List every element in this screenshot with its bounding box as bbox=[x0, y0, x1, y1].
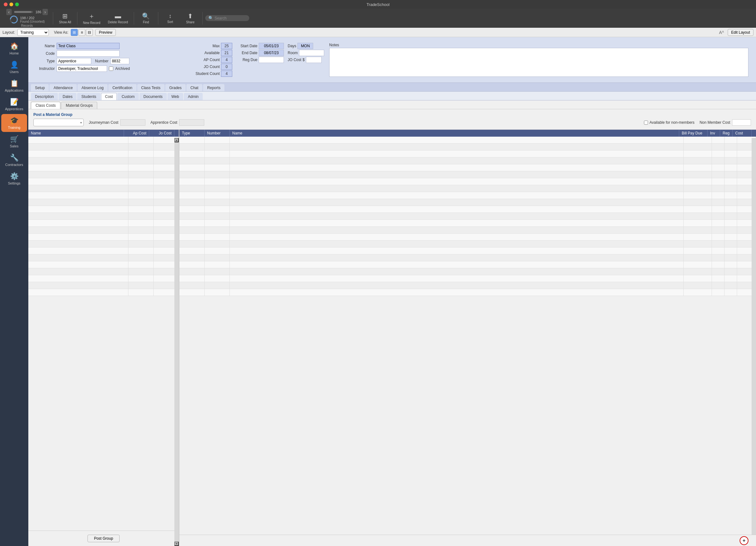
share-button[interactable]: ⬆ Share bbox=[181, 11, 200, 25]
tab-students[interactable]: Students bbox=[77, 93, 100, 100]
end-date-row: End Date Room bbox=[237, 50, 324, 56]
tab-web[interactable]: Web bbox=[167, 93, 183, 100]
sidebar-item-settings[interactable]: ⚙️ Settings bbox=[1, 170, 27, 188]
apprentice-cost-input[interactable] bbox=[179, 119, 204, 126]
code-input[interactable] bbox=[57, 50, 120, 57]
table-row bbox=[179, 150, 756, 157]
sidebar-label-settings: Settings bbox=[8, 181, 20, 185]
tab-reports[interactable]: Reports bbox=[203, 84, 224, 91]
journeyman-cost-input[interactable] bbox=[120, 119, 145, 126]
search-input[interactable] bbox=[215, 16, 246, 20]
tab-attendance[interactable]: Attendance bbox=[49, 84, 77, 91]
show-all-button[interactable]: ⊞ Show All bbox=[56, 11, 75, 25]
toolbar: ‹ 186 › 198 / 202 Found (Unsorted) Recor… bbox=[0, 9, 756, 28]
name-input[interactable] bbox=[57, 43, 120, 49]
records-group: ‹ 186 › 198 / 202 Found (Unsorted) Recor… bbox=[4, 8, 50, 29]
max-value: 25 bbox=[221, 43, 232, 49]
nonmember-checkbox[interactable] bbox=[644, 121, 648, 125]
view-table-button[interactable]: ⊟ bbox=[86, 29, 93, 36]
rth-cost: Cost bbox=[733, 130, 752, 137]
instructor-input[interactable] bbox=[57, 65, 107, 72]
add-button[interactable]: + bbox=[740, 536, 748, 545]
tab-certification[interactable]: Certification bbox=[108, 84, 136, 91]
record-status: Found (Unsorted) bbox=[20, 20, 45, 23]
record-count: 198 / 202 bbox=[20, 16, 45, 20]
sidebar-item-applications[interactable]: 📋 Applications bbox=[1, 77, 27, 95]
close-button[interactable] bbox=[4, 3, 8, 6]
tab-grades[interactable]: Grades bbox=[165, 84, 186, 91]
reg-due-label: Reg Due bbox=[237, 58, 257, 62]
right-table-body bbox=[179, 137, 756, 535]
name-row: Name bbox=[36, 43, 169, 49]
share-label: Share bbox=[186, 20, 195, 24]
material-group-select[interactable] bbox=[33, 119, 84, 126]
preview-button[interactable]: Preview bbox=[95, 29, 116, 36]
delete-record-icon: ▬ bbox=[115, 13, 121, 20]
sidebar-item-contractors[interactable]: 🔧 Contractors bbox=[1, 151, 27, 169]
tab-custom[interactable]: Custom bbox=[117, 93, 138, 100]
new-record-button[interactable]: ＋ New Record bbox=[80, 11, 104, 26]
number-input[interactable] bbox=[110, 58, 129, 64]
sidebar-label-users: Users bbox=[10, 70, 19, 74]
maximize-button[interactable] bbox=[15, 3, 19, 6]
sidebar-item-sales[interactable]: 🛒 Sales bbox=[1, 132, 27, 150]
sidebar-item-home[interactable]: 🏠 Home bbox=[1, 40, 27, 58]
tab-chat[interactable]: Chat bbox=[186, 84, 202, 91]
notes-block: Notes bbox=[327, 40, 751, 79]
jo-count-value: 0 bbox=[221, 64, 232, 70]
tab-description[interactable]: Description bbox=[31, 93, 58, 100]
sub-tab-class-costs[interactable]: Class Costs bbox=[31, 102, 60, 109]
end-date-input[interactable] bbox=[259, 50, 284, 56]
left-table-header: Name Ap Cost Jo Cost bbox=[28, 130, 179, 137]
layout-select[interactable]: Training bbox=[17, 29, 49, 36]
apprentices-icon: 📝 bbox=[10, 98, 19, 106]
sub-tab-material-groups[interactable]: Material Groups bbox=[61, 102, 97, 109]
minimize-button[interactable] bbox=[9, 3, 13, 6]
nonmember-cost-input[interactable] bbox=[732, 119, 751, 126]
tab-admin[interactable]: Admin bbox=[184, 93, 203, 100]
view-list-button[interactable]: ≡ bbox=[78, 29, 85, 36]
next-record-button[interactable]: › bbox=[42, 9, 48, 15]
table-row bbox=[28, 289, 179, 296]
table-row bbox=[28, 233, 179, 240]
view-form-button[interactable]: ⊞ bbox=[71, 29, 78, 36]
app-title: TradeSchool bbox=[366, 2, 389, 7]
days-input[interactable] bbox=[297, 43, 313, 49]
table-row bbox=[179, 227, 756, 233]
jo-cost-input[interactable] bbox=[306, 57, 322, 63]
type-input[interactable] bbox=[57, 58, 91, 64]
edit-layout-button[interactable]: Edit Layout bbox=[728, 29, 753, 36]
sidebar-item-users[interactable]: 👤 Users bbox=[1, 58, 27, 76]
record-nav-number: 186 bbox=[36, 10, 41, 14]
sidebar-label-sales: Sales bbox=[10, 144, 19, 148]
tab-absence-log[interactable]: Absence Log bbox=[77, 84, 108, 91]
search-box[interactable]: 🔍 bbox=[205, 15, 249, 21]
find-button[interactable]: 🔍 Find bbox=[137, 11, 155, 25]
sort-button[interactable]: ↕ Sort bbox=[161, 12, 180, 25]
room-input[interactable] bbox=[299, 50, 324, 56]
scroll-down-button[interactable]: ▼ bbox=[174, 542, 179, 546]
scroll-up-button[interactable]: ▲ bbox=[174, 138, 179, 142]
delete-record-button[interactable]: ▬ Delete Record bbox=[105, 11, 131, 25]
sidebar-item-apprentices[interactable]: 📝 Apprentices bbox=[1, 95, 27, 113]
table-row bbox=[28, 143, 179, 150]
sidebar-label-apprentices: Apprentices bbox=[5, 107, 23, 111]
tab-cost[interactable]: Cost bbox=[101, 93, 117, 100]
contractors-icon: 🔧 bbox=[10, 154, 19, 162]
prev-record-button[interactable]: ‹ bbox=[6, 9, 12, 15]
table-row bbox=[179, 213, 756, 220]
progress-circle-icon bbox=[9, 15, 18, 24]
tab-setup[interactable]: Setup bbox=[31, 84, 49, 91]
share-icon: ⬆ bbox=[188, 12, 193, 20]
reg-due-input[interactable] bbox=[259, 57, 284, 63]
tab-dates[interactable]: Dates bbox=[59, 93, 76, 100]
tab-documents[interactable]: Documents bbox=[139, 93, 167, 100]
tabs-row-1: Setup Attendance Absence Log Certificati… bbox=[28, 83, 756, 92]
archived-checkbox[interactable] bbox=[109, 66, 113, 71]
sidebar-item-training[interactable]: 🎓 Training bbox=[1, 114, 27, 132]
post-group-button[interactable]: Post Group bbox=[87, 535, 120, 542]
notes-textarea[interactable] bbox=[329, 48, 748, 77]
tab-class-tests[interactable]: Class Tests bbox=[137, 84, 165, 91]
rth-name: Name bbox=[230, 130, 679, 137]
start-date-input[interactable] bbox=[259, 43, 284, 49]
